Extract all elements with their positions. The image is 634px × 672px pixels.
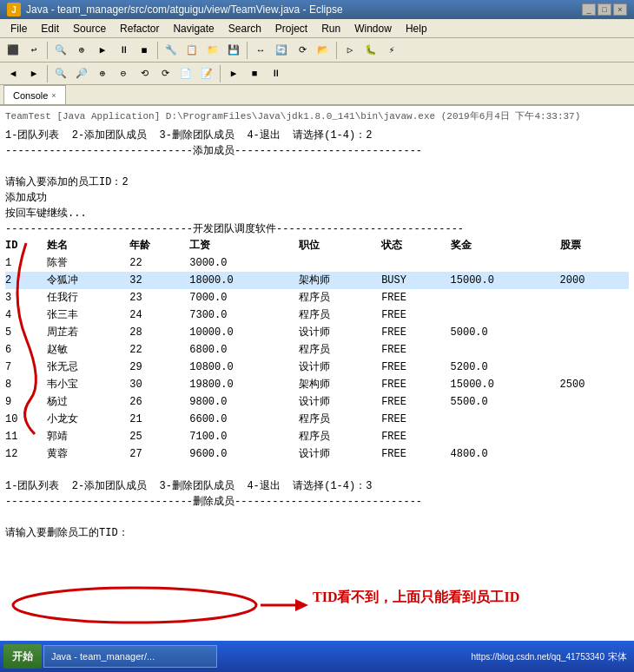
toolbar2-btn-6[interactable]: ⊖ — [114, 64, 133, 83]
toolbar-sep-2 — [157, 42, 158, 59]
table-header-row: ID 姓名 年龄 工资 职位 状态 奖金 股票 — [5, 237, 629, 254]
bottom-line-1 — [5, 463, 629, 478]
bottom-line-5: 请输入要删除员工的TID： — [5, 525, 629, 541]
table-row: 10小龙女216600.0程序员FREE — [5, 411, 629, 428]
taskbar-app-button[interactable]: Java - team_manager/... — [43, 645, 217, 668]
console-line-3 — [5, 159, 629, 175]
col-stock: 股票 — [560, 237, 629, 254]
taskbar: 开始 Java - team_manager/... https://blog.… — [0, 641, 634, 672]
toolbar-btn-4[interactable]: ⊕ — [72, 41, 91, 60]
toolbar2-btn-11[interactable]: ▶ — [224, 64, 243, 83]
toolbar2-btn-12[interactable]: ■ — [245, 64, 264, 83]
bottom-line-3: ------------------------------删除成员------… — [5, 494, 629, 510]
toolbar2-btn-8[interactable]: ⟳ — [155, 64, 175, 83]
toolbar2-btn-4[interactable]: 🔎 — [72, 64, 91, 83]
console-tab-label: Console — [13, 90, 48, 101]
menu-bar: File Edit Source Refactor Navigate Searc… — [0, 19, 634, 38]
toolbar2-btn-10[interactable]: 📝 — [197, 64, 216, 83]
toolbar2-btn-13[interactable]: ⏸ — [266, 64, 285, 83]
console-line-6: 按回车键继续... — [5, 206, 629, 221]
toolbar-btn-7[interactable]: ◼ — [135, 41, 154, 60]
toolbar2-btn-7[interactable]: ⟲ — [135, 64, 154, 83]
window-controls[interactable]: _ □ × — [582, 3, 627, 16]
menu-search[interactable]: Search — [221, 21, 268, 36]
title-bar: J Java - team_manager/src/com/atguigu/vi… — [0, 0, 634, 19]
table-row: 12黄蓉279600.0设计师FREE4800.0 — [5, 445, 629, 463]
toolbar-btn-13[interactable]: 🔄 — [272, 41, 291, 60]
toolbar-btn-17[interactable]: 🐛 — [361, 41, 380, 60]
toolbar-btn-12[interactable]: ↔ — [251, 41, 270, 60]
col-bonus: 奖金 — [451, 237, 560, 254]
toolbar-btn-15[interactable]: 📂 — [314, 41, 333, 60]
window-title: Java - team_manager/src/com/atguigu/view… — [26, 3, 582, 16]
table-row: 11郭靖257100.0程序员FREE — [5, 428, 629, 445]
console-tab-close[interactable]: × — [51, 91, 56, 100]
toolbar-btn-2[interactable]: ↩ — [24, 41, 43, 60]
table-row: 2令狐冲3218000.0架构师BUSY15000.02000 — [5, 272, 629, 289]
menu-edit[interactable]: Edit — [34, 21, 66, 36]
col-name: 姓名 — [47, 237, 129, 254]
menu-navigate[interactable]: Navigate — [166, 21, 221, 36]
table-row: 9杨过269800.0设计师FREE5500.0 — [5, 393, 629, 411]
tray-time: 宋体 — [608, 650, 627, 663]
toolbar2-sep-2 — [220, 65, 221, 82]
toolbar2-btn-3[interactable]: 🔍 — [51, 64, 70, 83]
bottom-line-2: 1-团队列表 2-添加团队成员 3-删除团队成员 4-退出 请选择(1-4)：3 — [5, 478, 629, 494]
toolbar-btn-3[interactable]: 🔍 — [51, 41, 70, 60]
console-content[interactable]: TeamTest [Java Application] D:\ProgramFi… — [0, 106, 634, 670]
toolbar-1: ⬛ ↩ 🔍 ⊕ ▶ ⏸ ◼ 🔧 📋 📁 💾 ↔ 🔄 ⟳ 📂 ▷ 🐛 ⚡ — [0, 38, 634, 63]
toolbar-2: ◀ ▶ 🔍 🔎 ⊕ ⊖ ⟲ ⟳ 📄 📝 ▶ ■ ⏸ — [0, 63, 634, 85]
close-button[interactable]: × — [613, 3, 627, 16]
table-row: 3任我行237000.0程序员FREE — [5, 289, 629, 306]
main-area: Console × TeamTest [Java Application] D:… — [0, 85, 634, 670]
menu-help[interactable]: Help — [399, 21, 434, 36]
console-line-7: ------------------------------开发团队调度软件--… — [5, 221, 629, 237]
annotation-text: TID看不到，上面只能看到员工ID — [313, 589, 519, 607]
toolbar-btn-1[interactable]: ⬛ — [3, 41, 23, 60]
taskbar-tray: https://blog.csdn.net/qq_41753340 宋体 — [472, 650, 631, 663]
col-salary: 工资 — [189, 237, 299, 254]
start-button[interactable]: 开始 — [3, 644, 42, 669]
toolbar2-sep-1 — [47, 65, 48, 82]
toolbar-sep-1 — [47, 42, 48, 59]
minimize-button[interactable]: _ — [582, 3, 596, 16]
console-line-2: ------------------------------添加成员------… — [5, 143, 629, 159]
bottom-line-4 — [5, 510, 629, 525]
toolbar-btn-9[interactable]: 📋 — [182, 41, 201, 60]
col-id: ID — [5, 237, 47, 254]
toolbar2-btn-9[interactable]: 📄 — [176, 64, 195, 83]
menu-project[interactable]: Project — [268, 21, 314, 36]
menu-refactor[interactable]: Refactor — [113, 21, 166, 36]
toolbar2-btn-1[interactable]: ◀ — [3, 64, 23, 83]
tray-url: https://blog.csdn.net/qq_41753340 — [472, 652, 604, 662]
toolbar-btn-5[interactable]: ▶ — [93, 41, 112, 60]
table-row: 8韦小宝3019800.0架构师FREE15000.02500 — [5, 376, 629, 393]
table-row: 5周芷若2810000.0设计师FREE5000.0 — [5, 324, 629, 341]
console-tab[interactable]: Console × — [3, 85, 66, 104]
menu-run[interactable]: Run — [314, 21, 347, 36]
toolbar-btn-6[interactable]: ⏸ — [114, 41, 133, 60]
maximize-button[interactable]: □ — [598, 3, 611, 16]
menu-file[interactable]: File — [3, 21, 34, 36]
toolbar-btn-16[interactable]: ▷ — [340, 41, 360, 60]
toolbar-sep-3 — [247, 42, 248, 59]
toolbar2-btn-2[interactable]: ▶ — [24, 64, 43, 83]
toolbar-btn-8[interactable]: 🔧 — [162, 41, 181, 60]
toolbar-btn-14[interactable]: ⟳ — [293, 41, 312, 60]
toolbar-btn-11[interactable]: 💾 — [224, 41, 243, 60]
employee-table: ID 姓名 年龄 工资 职位 状态 奖金 股票 1陈誉223000.02令狐冲3… — [5, 237, 629, 463]
toolbar-btn-10[interactable]: 📁 — [203, 41, 222, 60]
col-status: 状态 — [381, 237, 450, 254]
tab-bar: Console × — [0, 85, 634, 106]
toolbar-sep-4 — [336, 42, 337, 59]
table-row: 7张无忌2910800.0设计师FREE5200.0 — [5, 359, 629, 376]
menu-window[interactable]: Window — [347, 21, 399, 36]
console-header: TeamTest [Java Application] D:\ProgramFi… — [5, 109, 629, 124]
menu-source[interactable]: Source — [66, 21, 113, 36]
col-role: 职位 — [299, 237, 381, 254]
table-row: 6赵敏226800.0程序员FREE — [5, 341, 629, 359]
col-age: 年龄 — [129, 237, 189, 254]
app-icon: J — [7, 3, 21, 16]
toolbar-btn-18[interactable]: ⚡ — [382, 41, 401, 60]
toolbar2-btn-5[interactable]: ⊕ — [93, 64, 112, 83]
